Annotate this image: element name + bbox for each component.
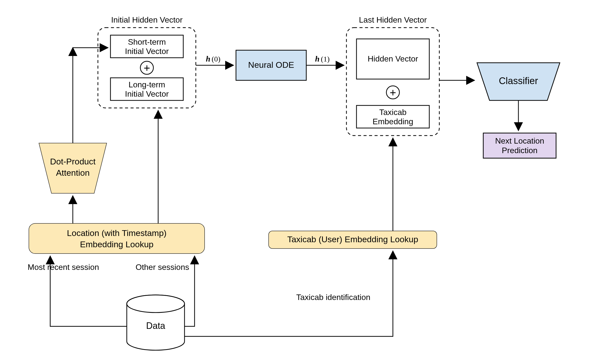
- initial-hidden-title: Initial Hidden Vector: [111, 15, 183, 24]
- taxicab-id-label: Taxicab identification: [296, 293, 370, 302]
- hidden-vector-label: Hidden Vector: [368, 54, 418, 63]
- h1-paren: (1): [321, 55, 330, 63]
- svg-point-1: [127, 295, 185, 313]
- plus-symbol-1: +: [144, 62, 150, 74]
- next-loc-l2: Prediction: [502, 146, 537, 155]
- taxicab-emb-l2: Embedding: [373, 117, 413, 126]
- location-embedding-box: [29, 223, 205, 254]
- loc-emb-l1: Location (with Timestamp): [67, 228, 167, 238]
- neural-ode-label: Neural ODE: [248, 60, 294, 70]
- h0-h: h: [206, 54, 210, 63]
- last-hidden-title: Last Hidden Vector: [359, 15, 427, 24]
- attention-l1: Dot-Product: [50, 157, 96, 166]
- loc-emb-l2: Embedding Lookup: [80, 239, 153, 249]
- taxicab-emb-l1: Taxicab: [379, 108, 407, 117]
- classifier-label: Classifier: [499, 76, 538, 86]
- h0-paren: (0): [212, 55, 220, 63]
- attention-l2: Attention: [56, 168, 90, 177]
- data-label: Data: [146, 321, 165, 331]
- other-sessions-label: Other sessions: [136, 263, 189, 272]
- plus-symbol-2: +: [390, 86, 396, 99]
- short-term-l2: Initial Vector: [125, 47, 169, 56]
- next-loc-l1: Next Location: [495, 136, 544, 145]
- long-term-l2: Initial Vector: [125, 89, 169, 98]
- short-term-l1: Short-term: [128, 37, 166, 46]
- h1-h: h: [315, 54, 320, 63]
- long-term-l1: Long-term: [129, 80, 165, 89]
- architecture-diagram: Initial Hidden Vector Short-term Initial…: [0, 0, 600, 364]
- most-recent-label: Most recent session: [28, 263, 99, 272]
- user-emb-label: Taxicab (User) Embedding Lookup: [287, 234, 418, 244]
